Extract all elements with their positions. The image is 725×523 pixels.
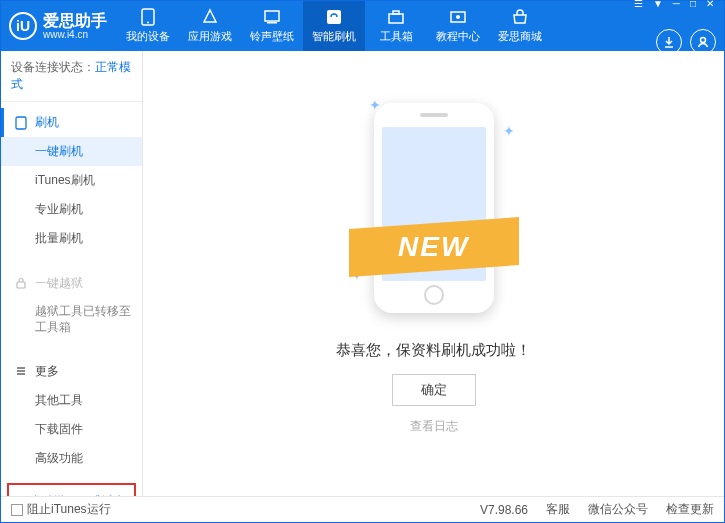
- lock-icon: [15, 277, 29, 291]
- sidebar: 设备连接状态：正常模式 刷机 一键刷机 iTunes刷机 专业刷机 批量刷机 一…: [1, 51, 143, 496]
- confirm-button[interactable]: 确定: [392, 374, 476, 406]
- sidebar-item-oneclick[interactable]: 一键刷机: [1, 137, 142, 166]
- app-title: 爱思助手: [43, 12, 107, 30]
- flash-icon: [324, 8, 344, 26]
- status-bar: 阻止iTunes运行 V7.98.66 客服 微信公众号 检查更新: [1, 496, 724, 522]
- store-icon: [510, 8, 530, 26]
- title-bar: iU 爱思助手 www.i4.cn 我的设备 应用游戏 铃声壁纸 智能刷机: [1, 1, 724, 51]
- sidebar-header-label: 一键越狱: [35, 275, 83, 292]
- nav-ringtones[interactable]: 铃声壁纸: [241, 1, 303, 51]
- maximize-icon[interactable]: □: [688, 0, 698, 9]
- svg-rect-2: [265, 11, 279, 21]
- phone-illustration: [374, 103, 494, 313]
- main-nav: 我的设备 应用游戏 铃声壁纸 智能刷机 工具箱 教程中心: [117, 1, 551, 51]
- nav-apps[interactable]: 应用游戏: [179, 1, 241, 51]
- window-controls: ☰ ▼ ─ □ ✕: [632, 0, 716, 9]
- connection-status: 设备连接状态：正常模式: [1, 51, 142, 102]
- phone-icon: [15, 116, 29, 130]
- sidebar-header-label: 刷机: [35, 114, 59, 131]
- wechat-link[interactable]: 微信公众号: [588, 501, 648, 518]
- app-subtitle: www.i4.cn: [43, 29, 107, 40]
- nav-label: 爱思商城: [498, 29, 542, 44]
- support-link[interactable]: 客服: [546, 501, 570, 518]
- success-message: 恭喜您，保资料刷机成功啦！: [336, 341, 531, 360]
- sidebar-item-batch[interactable]: 批量刷机: [1, 224, 142, 253]
- nav-label: 教程中心: [436, 29, 480, 44]
- view-log-link[interactable]: 查看日志: [410, 418, 458, 435]
- svg-point-8: [456, 15, 460, 19]
- jailbreak-note: 越狱工具已转移至工具箱: [1, 298, 142, 341]
- svg-rect-10: [16, 117, 26, 129]
- menu-icon[interactable]: ☰: [632, 0, 645, 9]
- sidebar-header-jailbreak[interactable]: 一键越狱: [1, 269, 142, 298]
- nav-my-device[interactable]: 我的设备: [117, 1, 179, 51]
- sidebar-item-advanced[interactable]: 高级功能: [1, 444, 142, 473]
- sidebar-header-flash[interactable]: 刷机: [1, 108, 142, 137]
- success-illustration: ✦ ✦ ✦ NEW: [359, 103, 509, 323]
- ribbon-text: NEW: [398, 231, 469, 263]
- svg-rect-5: [389, 14, 403, 23]
- sidebar-header-more[interactable]: 更多: [1, 357, 142, 386]
- nav-label: 应用游戏: [188, 29, 232, 44]
- more-icon: [15, 365, 29, 379]
- svg-rect-4: [327, 10, 341, 24]
- sidebar-item-download[interactable]: 下载固件: [1, 415, 142, 444]
- nav-tutorials[interactable]: 教程中心: [427, 1, 489, 51]
- sparkle-icon: ✦: [503, 123, 515, 139]
- nav-label: 智能刷机: [312, 29, 356, 44]
- phone-icon: [138, 8, 158, 26]
- version-label: V7.98.66: [480, 503, 528, 517]
- svg-point-9: [701, 37, 706, 42]
- tutorial-icon: [448, 8, 468, 26]
- app-logo: iU 爱思助手 www.i4.cn: [9, 12, 117, 41]
- sidebar-header-label: 更多: [35, 363, 59, 380]
- sidebar-item-other[interactable]: 其他工具: [1, 386, 142, 415]
- nav-flash[interactable]: 智能刷机: [303, 1, 365, 51]
- nav-toolbox[interactable]: 工具箱: [365, 1, 427, 51]
- svg-point-1: [147, 22, 149, 24]
- svg-rect-3: [267, 22, 277, 24]
- minimize-icon[interactable]: ─: [671, 0, 682, 9]
- main-content: ✦ ✦ ✦ NEW 恭喜您，保资料刷机成功啦！ 确定 查看日志: [143, 51, 724, 496]
- svg-rect-6: [393, 11, 399, 14]
- sidebar-item-itunes[interactable]: iTunes刷机: [1, 166, 142, 195]
- nav-label: 铃声壁纸: [250, 29, 294, 44]
- app-window: iU 爱思助手 www.i4.cn 我的设备 应用游戏 铃声壁纸 智能刷机: [0, 0, 725, 523]
- check-update-link[interactable]: 检查更新: [666, 501, 714, 518]
- tshirt-icon[interactable]: ▼: [651, 0, 665, 9]
- logo-icon: iU: [9, 12, 37, 40]
- nav-store[interactable]: 爱思商城: [489, 1, 551, 51]
- wallpaper-icon: [262, 8, 282, 26]
- checkbox-block-itunes[interactable]: 阻止iTunes运行: [11, 501, 111, 518]
- toolbox-icon: [386, 8, 406, 26]
- close-icon[interactable]: ✕: [704, 0, 716, 9]
- sidebar-item-pro[interactable]: 专业刷机: [1, 195, 142, 224]
- nav-label: 工具箱: [380, 29, 413, 44]
- apps-icon: [200, 8, 220, 26]
- status-label: 设备连接状态：: [11, 60, 95, 74]
- checkbox-icon: [11, 504, 23, 516]
- checkbox-label: 阻止iTunes运行: [27, 501, 111, 518]
- svg-rect-11: [17, 282, 25, 288]
- checkbox-row-highlight: ✓ 自动激活 ✓ 跳过向导: [7, 483, 136, 496]
- nav-label: 我的设备: [126, 29, 170, 44]
- body: 设备连接状态：正常模式 刷机 一键刷机 iTunes刷机 专业刷机 批量刷机 一…: [1, 51, 724, 496]
